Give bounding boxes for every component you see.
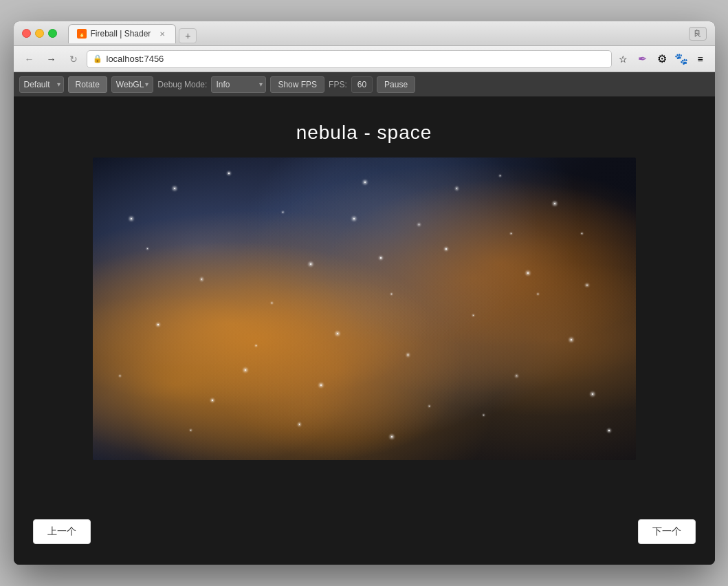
star	[456, 188, 458, 189]
star	[592, 393, 593, 395]
traffic-lights	[22, 29, 57, 38]
url-text: localhost:7456	[107, 54, 606, 64]
window-good-button[interactable]: 良	[689, 27, 707, 41]
star	[201, 279, 203, 280]
browser-window: 🔥 Fireball | Shader ✕ + 良 ← → ↻ 🔒 localh…	[14, 21, 715, 565]
menu-button[interactable]: ≡	[693, 52, 708, 67]
nav-icons-right: ☆ ✒ ⚙ 🐾 ≡	[616, 52, 708, 67]
star	[228, 173, 230, 174]
nebula-background	[93, 158, 636, 460]
star	[527, 272, 529, 274]
minimize-button[interactable]	[35, 29, 44, 38]
extension-button-3[interactable]: 🐾	[674, 52, 689, 67]
star	[131, 218, 132, 219]
extension-button-2[interactable]: ⚙	[654, 52, 670, 67]
star	[337, 333, 338, 334]
star	[212, 400, 213, 401]
star	[245, 369, 246, 371]
star	[174, 188, 175, 189]
star	[272, 303, 272, 303]
refresh-button[interactable]: ↻	[65, 52, 82, 67]
close-button[interactable]	[22, 29, 31, 38]
nebula-canvas	[93, 158, 636, 460]
star	[586, 285, 588, 286]
fps-label: FPS:	[329, 80, 347, 89]
star	[353, 218, 355, 219]
stars-layer	[93, 158, 636, 460]
preset-select-wrap[interactable]: Default	[19, 76, 64, 93]
preset-select[interactable]: Default	[19, 76, 64, 93]
star	[391, 436, 393, 437]
url-bar[interactable]: 🔒 localhost:7456	[87, 50, 612, 68]
star	[364, 182, 366, 183]
main-content: nebula - space 上一个 下一个	[14, 97, 715, 565]
star	[190, 430, 191, 431]
toolbar: Default Rotate WebGL Debug Mode: Info Sh…	[14, 72, 715, 97]
star	[554, 203, 555, 204]
active-tab[interactable]: 🔥 Fireball | Shader ✕	[68, 24, 177, 43]
next-button[interactable]: 下一个	[638, 519, 696, 544]
prev-button[interactable]: 上一个	[33, 519, 91, 544]
nav-bar: ← → ↻ 🔒 localhost:7456 ☆ ✒ ⚙ 🐾 ≡	[14, 46, 715, 72]
fps-value: 60	[351, 76, 373, 93]
star	[320, 384, 322, 386]
new-tab-button[interactable]: +	[179, 28, 197, 43]
maximize-button[interactable]	[48, 29, 57, 38]
star	[120, 376, 120, 376]
tab-title: Fireball | Shader	[91, 29, 151, 39]
star	[157, 324, 159, 325]
star	[608, 430, 610, 431]
show-fps-button[interactable]: Show FPS	[270, 76, 324, 93]
star	[391, 294, 392, 294]
url-lock-icon: 🔒	[93, 54, 102, 63]
pause-button[interactable]: Pause	[377, 76, 415, 93]
rotate-button[interactable]: Rotate	[68, 76, 107, 93]
star	[429, 406, 430, 406]
star	[516, 376, 518, 377]
star	[582, 233, 582, 234]
star	[380, 257, 382, 259]
star	[299, 424, 300, 425]
nav-buttons: 上一个 下一个	[14, 519, 715, 544]
extension-button-1[interactable]: ✒	[635, 52, 650, 67]
star	[483, 415, 484, 415]
star	[310, 263, 311, 265]
star	[419, 224, 420, 226]
forward-button[interactable]: →	[43, 52, 60, 67]
webgl-badge[interactable]: WebGL	[111, 76, 153, 93]
debug-mode-label: Debug Mode:	[157, 80, 207, 89]
star	[408, 354, 409, 356]
star	[147, 248, 148, 249]
star	[473, 315, 474, 316]
tab-area: 🔥 Fireball | Shader ✕ +	[68, 24, 683, 43]
star	[500, 175, 500, 176]
bookmark-button[interactable]: ☆	[616, 52, 631, 67]
debug-mode-select-wrap[interactable]: Info	[211, 76, 266, 93]
tab-close-button[interactable]: ✕	[157, 29, 167, 39]
star	[283, 212, 283, 213]
tab-favicon: 🔥	[77, 29, 87, 39]
window-controls-right: 良	[689, 27, 707, 41]
star	[538, 294, 538, 294]
star	[571, 339, 572, 340]
shader-title: nebula - space	[296, 122, 432, 144]
star	[445, 248, 447, 250]
star	[256, 345, 256, 346]
back-button[interactable]: ←	[21, 52, 38, 67]
star	[511, 233, 511, 234]
debug-mode-select[interactable]: Info	[211, 76, 266, 93]
title-bar: 🔥 Fireball | Shader ✕ + 良	[14, 21, 715, 46]
